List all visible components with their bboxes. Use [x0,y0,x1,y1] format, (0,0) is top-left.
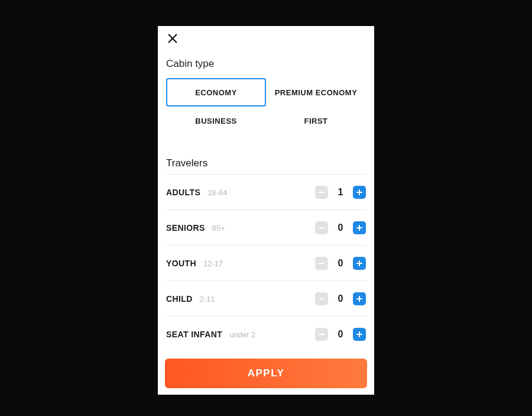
cabin-type-grid: ECONOMY PREMIUM ECONOMY BUSINESS FIRST [158,78,374,135]
traveler-label: SENIORS [166,223,205,233]
traveler-hint: under 2 [229,330,255,339]
increment-button[interactable] [353,257,366,270]
traveler-count: 0 [336,258,345,269]
traveler-label-group: YOUTH 12-17 [166,259,223,268]
traveler-stepper: 0 [315,257,366,270]
decrement-button[interactable] [315,186,328,199]
cabin-travelers-sheet: Cabin type ECONOMY PREMIUM ECONOMY BUSIN… [158,26,374,395]
traveler-label: SEAT INFANT [166,330,222,339]
traveler-hint: 12-17 [203,259,223,268]
traveler-row-youth: YOUTH 12-17 0 [166,245,366,280]
traveler-stepper: 0 [315,328,366,341]
travelers-title: Travelers [158,135,374,174]
increment-button[interactable] [353,328,366,341]
traveler-label: ADULTS [166,188,200,197]
increment-button[interactable] [353,292,366,305]
cabin-option-business[interactable]: BUSINESS [166,107,266,135]
traveler-label-group: SEAT INFANT under 2 [166,330,255,339]
cabin-type-title: Cabin type [158,45,374,78]
increment-button[interactable] [353,186,366,199]
traveler-row-seniors: SENIORS 65+ 0 [166,209,366,245]
traveler-label-group: SENIORS 65+ [166,223,225,233]
decrement-button[interactable] [315,328,328,341]
traveler-count: 0 [336,222,345,233]
close-icon[interactable] [166,32,179,45]
apply-button[interactable]: APPLY [165,359,367,388]
decrement-button[interactable] [315,257,328,270]
traveler-stepper: 0 [315,221,366,234]
travelers-list: ADULTS 18-64 1 SENIORS 65+ 0 YOUTH [158,174,374,351]
traveler-count: 1 [336,187,345,198]
traveler-count: 0 [336,294,345,304]
traveler-row-seat-infant: SEAT INFANT under 2 0 [166,316,366,351]
traveler-hint: 18-64 [207,188,227,197]
cabin-option-premium-economy[interactable]: PREMIUM ECONOMY [266,78,366,107]
cabin-option-first[interactable]: FIRST [266,107,366,135]
traveler-count: 0 [336,329,345,340]
decrement-button[interactable] [315,221,328,234]
traveler-row-adults: ADULTS 18-64 1 [166,174,366,209]
traveler-stepper: 0 [315,292,366,305]
traveler-row-child: CHILD 2-11 0 [166,280,366,316]
cabin-option-economy[interactable]: ECONOMY [166,78,266,107]
apply-bar: APPLY [158,351,374,395]
traveler-label: CHILD [166,294,193,304]
increment-button[interactable] [353,221,366,234]
decrement-button[interactable] [315,292,328,305]
topbar [158,26,374,45]
traveler-label-group: ADULTS 18-64 [166,188,227,197]
traveler-stepper: 1 [315,186,366,199]
traveler-label-group: CHILD 2-11 [166,294,215,304]
traveler-hint: 65+ [212,224,225,233]
traveler-label: YOUTH [166,259,196,268]
traveler-hint: 2-11 [200,295,215,304]
